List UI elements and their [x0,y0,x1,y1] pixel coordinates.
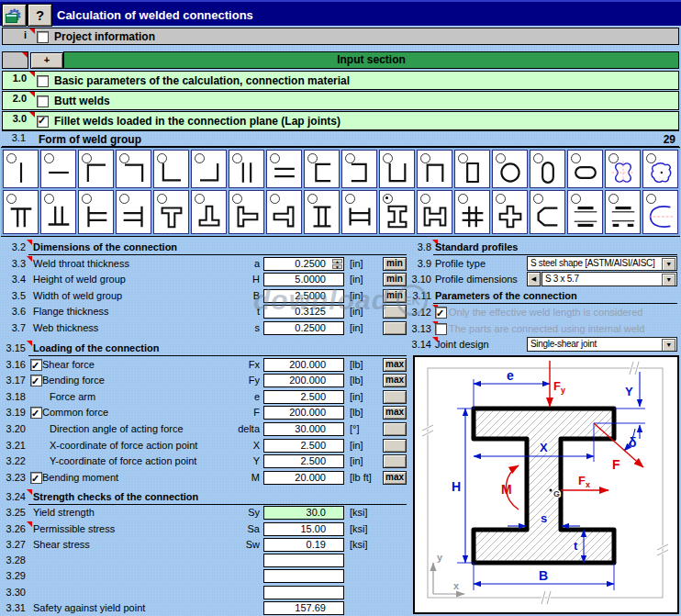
app-icon-button[interactable] [2,4,27,27]
section-checkbox-fillet-welds[interactable] [37,116,49,128]
weld-shape-obround-horizontal[interactable] [567,150,603,188]
max-button[interactable]: max [383,358,407,372]
symbol-label: a [217,256,260,272]
weld-shape-vertical-line[interactable] [3,150,39,188]
weld-shape-horizontal-line[interactable] [40,150,76,188]
dropdown-3.9[interactable]: S steel shape [ASTM/AISI/AISC]▼ [527,256,677,271]
project-info-checkbox[interactable] [37,31,49,43]
chevron-down-icon[interactable]: ▼ [662,274,675,286]
min-button[interactable]: min [383,257,407,271]
expand-button[interactable]: + [30,52,63,69]
dropdown-3.14[interactable]: Single-shear joint▼ [527,337,677,352]
help-button[interactable]: ? [28,4,52,27]
weld-shape-custom-region-cross[interactable] [605,150,641,188]
value-field-3.5[interactable]: 2.5000 [263,289,344,303]
spinner-up-icon[interactable]: ▲ [332,259,342,263]
value-field-3.31[interactable]: 157.69 [263,601,344,615]
value-field-3.4[interactable]: 5.0000 [263,273,344,286]
svg-text:Y: Y [625,385,633,398]
unit-label: [in] [350,438,363,454]
checkbox-3.16[interactable] [30,359,42,371]
weld-shape-rectangle[interactable] [454,150,490,188]
weld-shape-tee-left[interactable] [78,190,114,234]
value-field-3.17[interactable]: 200.000 [263,374,344,387]
weld-shape-cover-plates-split[interactable] [605,190,641,234]
tee-right-solid-icon [269,201,300,232]
prev-option-button[interactable]: ◀ [527,272,541,286]
tee-top-icon [6,201,37,232]
value-field-3.29[interactable] [263,569,344,583]
weld-shape-tee-left-solid[interactable] [229,190,264,234]
weld-shape-cover-plates-single[interactable] [567,190,603,234]
value-field-3.28[interactable] [263,554,344,567]
checkbox-3.12[interactable] [435,307,447,319]
weld-shape-cross-lines[interactable] [454,190,490,234]
min-button[interactable]: min [383,273,407,286]
weld-shape-cross-solid[interactable] [492,190,528,234]
symbol-label: Sw [217,537,260,553]
cover-plates-single-icon [570,201,601,232]
section-checkbox-basic-parameters[interactable] [37,75,49,87]
weld-shape-corner-bottom-left[interactable] [153,150,189,188]
spinner-down-icon[interactable]: ▼ [332,264,342,269]
value-field-3.3[interactable]: 0.2500▲▼ [263,257,344,271]
value-field-3.6[interactable]: 0.3125 [263,305,344,319]
weld-shape-ibeam-lines[interactable] [304,190,340,234]
value-field-3.21[interactable]: 2.500 [263,439,344,453]
section-checkbox-butt-welds[interactable] [37,95,49,107]
weld-shape-tee-top[interactable] [3,190,39,234]
value-field-3.25[interactable]: 30.0 [263,506,344,520]
weld-shape-tee-right[interactable] [116,190,151,234]
weld-shape-double-vertical[interactable] [229,150,264,188]
weld-shape-channel-open-bottom[interactable] [417,150,452,188]
connection-diagram: xyeFyYδFXHMGFxstB [413,355,679,614]
value-field-3.27[interactable]: 0.19 [263,538,344,552]
weld-shape-hbeam-solid[interactable] [417,190,452,234]
unit-label: [lb] [350,357,363,373]
weld-shape-custom-region-blob[interactable] [642,150,678,188]
weld-shape-obround-vertical[interactable] [530,150,565,188]
chevron-down-icon[interactable]: ▼ [662,339,675,352]
checkbox-3.19[interactable] [30,407,42,419]
value-field-3.22[interactable]: 2.500 [263,454,344,468]
weld-shape-corner-bottom-right[interactable] [191,150,227,188]
weld-shape-tee-bottom-solid[interactable] [191,190,227,234]
weld-shape-ibeam-solid[interactable] [379,190,415,234]
value-field-3.16[interactable]: 200.000 [263,358,344,372]
weld-shape-channel-chamfered[interactable] [530,190,565,234]
unit-label: [in] [350,272,363,287]
weld-shape-custom-channel[interactable] [642,190,678,234]
value-field-3.19[interactable]: 200.000 [263,406,344,420]
value-field-3.20[interactable]: 30.000 [263,422,344,436]
value-field-3.26[interactable]: 15.00 [263,522,344,536]
value-field-3.23[interactable]: 20.000 [263,471,344,485]
value-spinner[interactable]: ▲▼ [332,259,342,269]
checkbox-3.13[interactable] [435,323,447,335]
dropdown-3.10[interactable]: S 3 x 5.7▼ [541,272,677,286]
weld-shape-channel-open-top[interactable] [379,150,415,188]
weld-shape-corner-top-left[interactable] [78,150,114,188]
value-field-3.30[interactable] [263,586,344,599]
weld-shape-tee-right-solid[interactable] [266,190,302,234]
min-button[interactable]: min [383,289,407,303]
weld-shape-corner-top-right[interactable] [116,150,151,188]
max-button[interactable]: max [383,471,407,485]
checkbox-3.17[interactable] [30,375,42,386]
value-field-3.7[interactable]: 0.2500 [263,321,344,335]
weld-shape-channel-open-right[interactable] [304,150,340,188]
chevron-down-icon[interactable]: ▼ [662,258,675,271]
weld-shape-double-horizontal[interactable] [266,150,302,188]
value-field-3.18[interactable]: 2.500 [263,390,344,404]
weld-shape-tee-top-solid[interactable] [153,190,189,234]
max-button[interactable]: max [383,374,407,387]
max-button[interactable]: max [383,406,407,420]
comment-marker [22,52,28,58]
tee-left-icon [81,201,112,232]
weld-shape-circle[interactable] [492,150,528,188]
checkbox-3.23[interactable] [30,472,42,484]
weld-shape-hbeam-lines[interactable] [341,190,377,234]
symbol-label: Sy [217,505,260,521]
symbol-label: B [217,288,260,304]
weld-shape-channel-open-left[interactable] [341,150,377,188]
weld-shape-tee-bottom[interactable] [40,190,76,234]
